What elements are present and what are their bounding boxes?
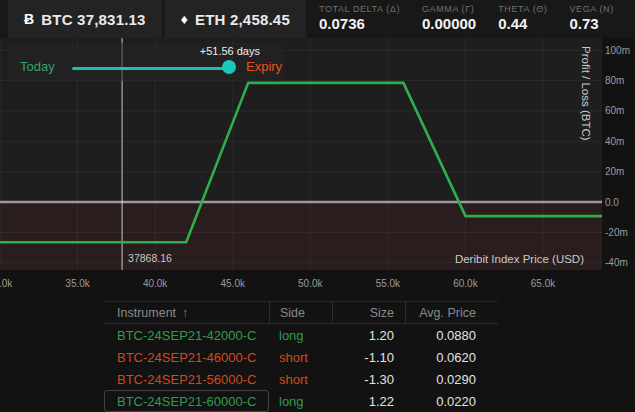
cell-avg-price: 0.0220 [405, 390, 498, 412]
y-tick-label: 0.0 [605, 197, 619, 208]
cell-size: -1.10 [332, 346, 405, 368]
greek-value: 0.73 [569, 15, 613, 32]
table-row[interactable]: BTC-24SEP21-46000-Cshort-1.100.0620 [104, 346, 498, 368]
cell-avg-price: 0.0620 [405, 346, 498, 368]
payoff-chart: 30.0k35.0k40.0k45.0k50.0k55.0k60.0k65.0k… [0, 38, 635, 293]
cell-size: -1.30 [332, 368, 405, 390]
ticker-price: BTC 37,831.13 [41, 11, 145, 28]
table-body: BTC-24SEP21-42000-Clong1.200.0880BTC-24S… [104, 324, 498, 412]
cell-side: short [269, 346, 332, 368]
cell-side: long [269, 390, 332, 412]
column-header-size[interactable]: Size [332, 302, 405, 323]
cell-side: short [269, 368, 332, 390]
x-tick-label: 30.0k [0, 278, 13, 289]
greek-label: GAMMA (Γ) [422, 4, 476, 14]
x-tick-label: 65.0k [531, 278, 556, 289]
index-price-label: 37868.16 [128, 252, 172, 264]
x-tick-label: 55.0k [376, 278, 401, 289]
positions-table: Instrument↑SideSizeAvg. Price BTC-24SEP2… [104, 301, 498, 412]
column-header-label: Avg. Price [419, 306, 476, 320]
cell-avg-price: 0.0880 [405, 324, 498, 346]
ticker-price: ETH 2,458.45 [195, 11, 290, 28]
x-tick-label: 60.0k [453, 278, 478, 289]
y-axis-title: Profit / Loss (BTC) [580, 46, 592, 141]
ticker-btc[interactable]: ɃBTC 37,831.13 [8, 0, 162, 38]
cell-instrument[interactable]: BTC-24SEP21-46000-C [104, 346, 269, 368]
greek-label: VEGA (N) [569, 4, 613, 14]
btc-icon: Ƀ [24, 11, 34, 27]
column-header-label: Size [370, 306, 394, 320]
cell-instrument[interactable]: BTC-24SEP21-42000-C [104, 324, 269, 346]
y-tick-label: 20m [605, 166, 624, 177]
greeks-bar: TOTAL DELTA (Δ)0.0736GAMMA (Γ)0.00000THE… [306, 0, 614, 38]
cell-size: 1.22 [332, 390, 405, 412]
column-header-label: Side [280, 306, 305, 320]
x-tick-label: 45.0k [220, 278, 245, 289]
greek-stat: TOTAL DELTA (Δ)0.0736 [319, 4, 400, 38]
y-tick-label: 60m [605, 105, 624, 116]
ticker-eth[interactable]: ♦ETH 2,458.45 [165, 0, 306, 38]
greek-value: 0.44 [498, 15, 547, 32]
cell-instrument[interactable]: BTC-24SEP21-56000-C [104, 368, 269, 390]
cell-size: 1.20 [332, 324, 405, 346]
table-row[interactable]: BTC-24SEP21-60000-Clong1.220.0220 [104, 390, 498, 412]
x-axis-title: Deribit Index Price (USD) [455, 253, 584, 265]
slider-today-label[interactable]: Today [20, 59, 55, 74]
time-slider-track[interactable] [72, 67, 230, 70]
table-row[interactable]: BTC-24SEP21-42000-Clong1.200.0880 [104, 324, 498, 346]
x-tick-label: 50.0k [298, 278, 323, 289]
y-tick-label: 100m [605, 45, 630, 56]
x-tick-label: 35.0k [65, 278, 90, 289]
y-tick-label: 80m [605, 75, 624, 86]
table-row[interactable]: BTC-24SEP21-56000-Cshort-1.300.0290 [104, 368, 498, 390]
y-tick-label: 40m [605, 136, 624, 147]
greek-stat: THETA (Θ)0.44 [498, 4, 547, 38]
greek-value: 0.0736 [319, 15, 400, 32]
greek-stat: VEGA (N)0.73 [569, 4, 613, 38]
days-to-expiry-label: +51.56 days [200, 45, 260, 57]
y-tick-label: -40m [605, 257, 628, 268]
sort-ascending-icon: ↑ [182, 306, 188, 320]
column-header-label: Instrument [117, 306, 176, 320]
slider-expiry-label[interactable]: Expiry [246, 59, 282, 74]
greek-value: 0.00000 [422, 15, 476, 32]
column-header-side[interactable]: Side [269, 302, 332, 323]
time-slider-panel: +51.56 days Today Expiry [8, 43, 284, 81]
greek-label: THETA (Θ) [498, 4, 547, 14]
column-header-instrument[interactable]: Instrument↑ [104, 302, 269, 323]
greek-stat: GAMMA (Γ)0.00000 [422, 4, 476, 38]
time-slider-knob[interactable] [222, 60, 236, 74]
app-root: ɃBTC 37,831.13♦ETH 2,458.45 TOTAL DELTA … [0, 0, 635, 412]
cell-instrument[interactable]: BTC-24SEP21-60000-C [104, 390, 269, 412]
ticker-group: ɃBTC 37,831.13♦ETH 2,458.45 [0, 0, 306, 38]
eth-icon: ♦ [181, 11, 188, 27]
y-tick-label: -20m [605, 227, 628, 238]
table-header-row: Instrument↑SideSizeAvg. Price [104, 301, 498, 324]
topbar: ɃBTC 37,831.13♦ETH 2,458.45 TOTAL DELTA … [0, 0, 635, 38]
cell-side: long [269, 324, 332, 346]
column-header-avg-price[interactable]: Avg. Price [405, 302, 498, 323]
x-tick-label: 40.0k [143, 278, 168, 289]
greek-label: TOTAL DELTA (Δ) [319, 4, 400, 14]
cell-avg-price: 0.0290 [405, 368, 498, 390]
